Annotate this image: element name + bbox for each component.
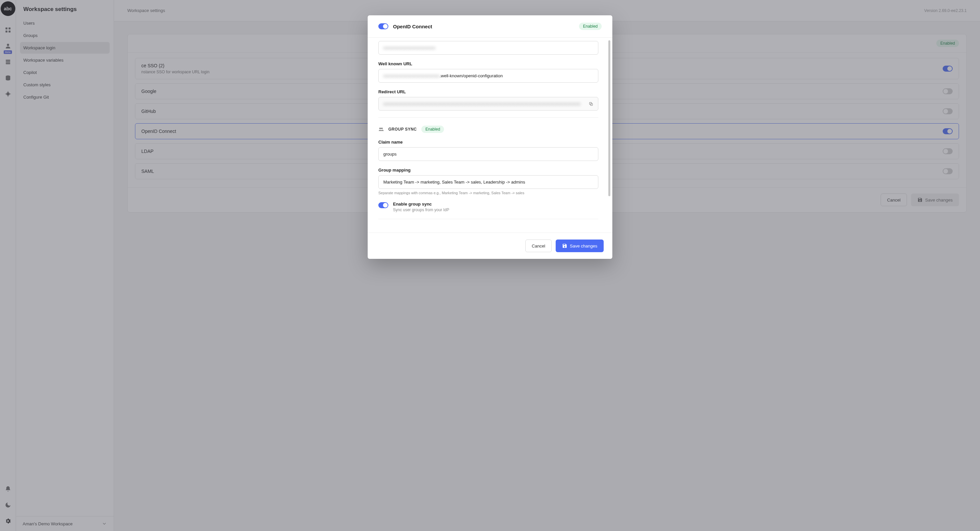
well-known-label: Well known URL xyxy=(378,61,598,66)
save-label: Save changes xyxy=(570,244,597,249)
redirect-label: Redirect URL xyxy=(378,89,598,94)
section-divider-bottom xyxy=(378,219,598,219)
save-icon xyxy=(562,243,567,249)
modal-header: OpenID Connect Enabled xyxy=(368,15,612,38)
blurred-text: xxxxxxxxxxxxxxxxxxxxxxxx xyxy=(383,45,435,50)
blurred-text: xxxxxxxxxxxxxxxxxxxxxxxxxxxxxxxxxxxxxxxx… xyxy=(383,101,581,106)
field-well-known: Well known URL xxxxxxxxxxxxxxxxxxxxxxxxx… xyxy=(378,61,598,82)
modal-overlay[interactable]: OpenID Connect Enabled xxxxxxxxxxxxxxxxx… xyxy=(0,0,980,531)
save-button[interactable]: Save changes xyxy=(556,239,604,252)
modal-master-toggle[interactable] xyxy=(378,23,388,29)
field-group-mapping: Group mapping Separate mappings with com… xyxy=(378,168,598,195)
mapping-input[interactable] xyxy=(378,175,598,189)
blurred-text: xxxxxxxxxxxxxxxxxxxxxxxxxx xyxy=(383,73,440,78)
toggle-sub: Sync user groups from your IdP xyxy=(393,208,449,212)
modal-enabled-badge: Enabled xyxy=(579,23,602,30)
section-divider xyxy=(378,117,598,117)
claim-label: Claim name xyxy=(378,139,598,144)
copy-icon[interactable] xyxy=(587,100,595,108)
cancel-button[interactable]: Cancel xyxy=(525,239,551,252)
redirect-input[interactable]: xxxxxxxxxxxxxxxxxxxxxxxxxxxxxxxxxxxxxxxx… xyxy=(378,97,598,111)
field-partial-top: xxxxxxxxxxxxxxxxxxxxxxxx xyxy=(378,41,598,55)
modal-footer: Cancel Save changes xyxy=(368,233,612,259)
well-known-suffix: .well-known/openid-configuration xyxy=(440,73,503,78)
svg-point-12 xyxy=(379,128,381,129)
scrollbar-thumb[interactable] xyxy=(608,40,610,196)
enable-group-sync-row: Enable group sync Sync user groups from … xyxy=(378,201,598,212)
group-sync-header: GROUP SYNC Enabled xyxy=(378,125,598,133)
field-claim-name: Claim name xyxy=(378,139,598,161)
mapping-label: Group mapping xyxy=(378,168,598,173)
openid-modal: OpenID Connect Enabled xxxxxxxxxxxxxxxxx… xyxy=(368,15,612,259)
modal-title: OpenID Connect xyxy=(393,24,432,29)
partial-input[interactable]: xxxxxxxxxxxxxxxxxxxxxxxx xyxy=(378,41,598,55)
field-redirect: Redirect URL xxxxxxxxxxxxxxxxxxxxxxxxxxx… xyxy=(378,89,598,111)
well-known-input[interactable]: xxxxxxxxxxxxxxxxxxxxxxxxxx .well-known/o… xyxy=(378,69,598,82)
claim-input[interactable] xyxy=(378,147,598,161)
mapping-help: Separate mappings with commas e.g., Mark… xyxy=(378,191,598,195)
svg-point-13 xyxy=(381,128,383,129)
enable-group-sync-toggle[interactable] xyxy=(378,202,388,208)
modal-body: xxxxxxxxxxxxxxxxxxxxxxxx Well known URL … xyxy=(368,38,612,233)
toggle-title: Enable group sync xyxy=(393,201,449,206)
group-sync-badge: Enabled xyxy=(422,125,444,133)
group-icon xyxy=(378,127,383,132)
group-sync-title: GROUP SYNC xyxy=(388,127,417,132)
